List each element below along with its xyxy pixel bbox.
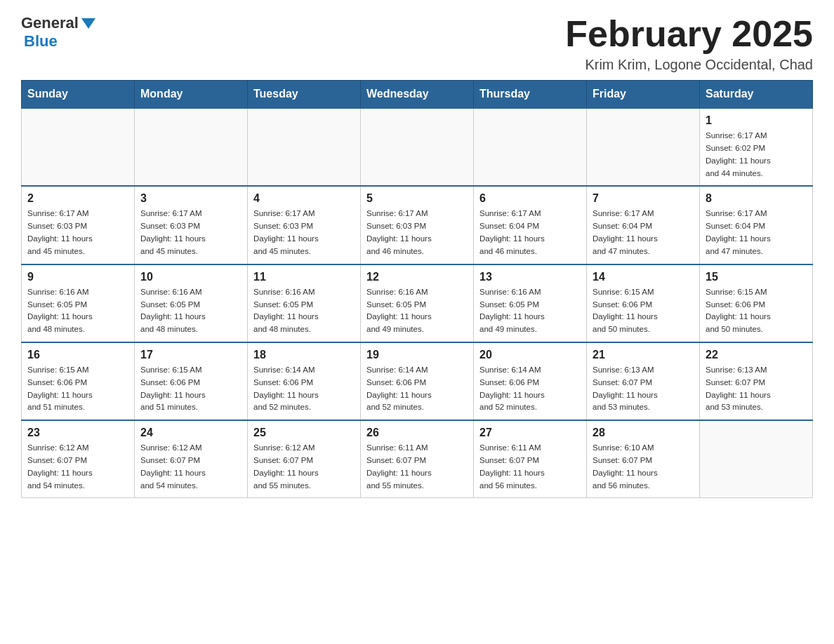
day-info: Sunrise: 6:16 AMSunset: 6:05 PMDaylight:…	[253, 286, 355, 336]
day-info: Sunrise: 6:16 AMSunset: 6:05 PMDaylight:…	[27, 286, 128, 336]
calendar-cell: 17Sunrise: 6:15 AMSunset: 6:06 PMDayligh…	[135, 342, 248, 420]
day-info: Sunrise: 6:17 AMSunset: 6:02 PMDaylight:…	[706, 130, 807, 180]
week-row-2: 2Sunrise: 6:17 AMSunset: 6:03 PMDaylight…	[22, 186, 813, 264]
calendar-cell: 1Sunrise: 6:17 AMSunset: 6:02 PMDaylight…	[700, 108, 813, 186]
calendar-cell: 6Sunrise: 6:17 AMSunset: 6:04 PMDaylight…	[474, 186, 587, 264]
calendar-cell	[700, 420, 813, 498]
day-number: 2	[27, 192, 128, 205]
calendar-cell: 18Sunrise: 6:14 AMSunset: 6:06 PMDayligh…	[248, 342, 361, 420]
calendar-cell	[361, 108, 474, 186]
day-info: Sunrise: 6:16 AMSunset: 6:05 PMDaylight:…	[479, 286, 581, 336]
day-number: 5	[366, 192, 468, 205]
calendar-subtitle: Krim Krim, Logone Occidental, Chad	[565, 57, 813, 73]
day-info: Sunrise: 6:10 AMSunset: 6:07 PMDaylight:…	[593, 442, 694, 492]
page-header: General Blue February 2025 Krim Krim, Lo…	[21, 14, 813, 73]
calendar-cell	[135, 108, 248, 186]
day-info: Sunrise: 6:17 AMSunset: 6:03 PMDaylight:…	[140, 208, 241, 257]
logo-general: General	[21, 14, 79, 32]
day-info: Sunrise: 6:11 AMSunset: 6:07 PMDaylight:…	[366, 442, 468, 492]
day-number: 6	[479, 192, 581, 205]
calendar-cell: 3Sunrise: 6:17 AMSunset: 6:03 PMDaylight…	[135, 186, 248, 264]
calendar-title: February 2025	[565, 14, 813, 54]
calendar-cell: 23Sunrise: 6:12 AMSunset: 6:07 PMDayligh…	[22, 420, 135, 498]
calendar-cell: 25Sunrise: 6:12 AMSunset: 6:07 PMDayligh…	[248, 420, 361, 498]
weekday-header-monday: Monday	[135, 81, 248, 109]
week-row-1: 1Sunrise: 6:17 AMSunset: 6:02 PMDaylight…	[22, 108, 813, 186]
day-number: 11	[253, 271, 355, 283]
day-info: Sunrise: 6:12 AMSunset: 6:07 PMDaylight:…	[253, 442, 355, 492]
day-info: Sunrise: 6:16 AMSunset: 6:05 PMDaylight:…	[366, 286, 468, 336]
title-block: February 2025 Krim Krim, Logone Occident…	[565, 14, 813, 73]
day-info: Sunrise: 6:11 AMSunset: 6:07 PMDaylight:…	[479, 442, 581, 492]
logo-blue: Blue	[24, 32, 95, 51]
day-number: 9	[27, 271, 128, 283]
day-number: 15	[706, 271, 807, 283]
day-info: Sunrise: 6:17 AMSunset: 6:04 PMDaylight:…	[593, 208, 694, 257]
day-number: 4	[253, 192, 355, 205]
day-info: Sunrise: 6:17 AMSunset: 6:04 PMDaylight:…	[706, 208, 807, 257]
calendar-table: SundayMondayTuesdayWednesdayThursdayFrid…	[21, 80, 813, 498]
day-info: Sunrise: 6:13 AMSunset: 6:07 PMDaylight:…	[706, 364, 807, 414]
weekday-header-saturday: Saturday	[700, 81, 813, 109]
day-info: Sunrise: 6:17 AMSunset: 6:03 PMDaylight:…	[366, 208, 468, 257]
calendar-cell: 22Sunrise: 6:13 AMSunset: 6:07 PMDayligh…	[700, 342, 813, 420]
calendar-cell	[248, 108, 361, 186]
week-row-4: 16Sunrise: 6:15 AMSunset: 6:06 PMDayligh…	[22, 342, 813, 420]
day-info: Sunrise: 6:17 AMSunset: 6:03 PMDaylight:…	[253, 208, 355, 257]
calendar-cell: 14Sunrise: 6:15 AMSunset: 6:06 PMDayligh…	[587, 264, 700, 342]
weekday-header-tuesday: Tuesday	[248, 81, 361, 109]
calendar-cell: 20Sunrise: 6:14 AMSunset: 6:06 PMDayligh…	[474, 342, 587, 420]
day-number: 21	[593, 349, 694, 361]
calendar-cell: 10Sunrise: 6:16 AMSunset: 6:05 PMDayligh…	[135, 264, 248, 342]
day-info: Sunrise: 6:14 AMSunset: 6:06 PMDaylight:…	[479, 364, 581, 414]
day-info: Sunrise: 6:12 AMSunset: 6:07 PMDaylight:…	[27, 442, 128, 492]
day-number: 27	[479, 427, 581, 439]
day-number: 22	[706, 349, 807, 361]
day-number: 13	[479, 271, 581, 283]
day-number: 17	[140, 349, 241, 361]
day-number: 8	[706, 192, 807, 205]
calendar-cell: 15Sunrise: 6:15 AMSunset: 6:06 PMDayligh…	[700, 264, 813, 342]
day-number: 25	[253, 427, 355, 439]
calendar-cell	[474, 108, 587, 186]
day-number: 3	[140, 192, 241, 205]
calendar-cell	[587, 108, 700, 186]
day-info: Sunrise: 6:14 AMSunset: 6:06 PMDaylight:…	[366, 364, 468, 414]
day-number: 14	[593, 271, 694, 283]
calendar-cell: 26Sunrise: 6:11 AMSunset: 6:07 PMDayligh…	[361, 420, 474, 498]
week-row-5: 23Sunrise: 6:12 AMSunset: 6:07 PMDayligh…	[22, 420, 813, 498]
calendar-cell: 13Sunrise: 6:16 AMSunset: 6:05 PMDayligh…	[474, 264, 587, 342]
day-number: 20	[479, 349, 581, 361]
calendar-cell	[22, 108, 135, 186]
day-number: 12	[366, 271, 468, 283]
day-number: 18	[253, 349, 355, 361]
calendar-cell: 7Sunrise: 6:17 AMSunset: 6:04 PMDaylight…	[587, 186, 700, 264]
day-number: 10	[140, 271, 241, 283]
day-number: 28	[593, 427, 694, 439]
calendar-cell: 24Sunrise: 6:12 AMSunset: 6:07 PMDayligh…	[135, 420, 248, 498]
week-row-3: 9Sunrise: 6:16 AMSunset: 6:05 PMDaylight…	[22, 264, 813, 342]
calendar-cell: 4Sunrise: 6:17 AMSunset: 6:03 PMDaylight…	[248, 186, 361, 264]
calendar-cell: 27Sunrise: 6:11 AMSunset: 6:07 PMDayligh…	[474, 420, 587, 498]
calendar-cell: 12Sunrise: 6:16 AMSunset: 6:05 PMDayligh…	[361, 264, 474, 342]
calendar-cell: 5Sunrise: 6:17 AMSunset: 6:03 PMDaylight…	[361, 186, 474, 264]
day-info: Sunrise: 6:17 AMSunset: 6:03 PMDaylight:…	[27, 208, 128, 257]
day-number: 16	[27, 349, 128, 361]
day-info: Sunrise: 6:15 AMSunset: 6:06 PMDaylight:…	[27, 364, 128, 414]
weekday-header-thursday: Thursday	[474, 81, 587, 109]
day-number: 1	[706, 114, 807, 127]
weekday-header-sunday: Sunday	[22, 81, 135, 109]
day-info: Sunrise: 6:12 AMSunset: 6:07 PMDaylight:…	[140, 442, 241, 492]
day-info: Sunrise: 6:16 AMSunset: 6:05 PMDaylight:…	[140, 286, 241, 336]
day-number: 26	[366, 427, 468, 439]
day-info: Sunrise: 6:14 AMSunset: 6:06 PMDaylight:…	[253, 364, 355, 414]
calendar-cell: 11Sunrise: 6:16 AMSunset: 6:05 PMDayligh…	[248, 264, 361, 342]
weekday-header-friday: Friday	[587, 81, 700, 109]
day-number: 19	[366, 349, 468, 361]
day-number: 7	[593, 192, 694, 205]
day-info: Sunrise: 6:13 AMSunset: 6:07 PMDaylight:…	[593, 364, 694, 414]
day-info: Sunrise: 6:17 AMSunset: 6:04 PMDaylight:…	[479, 208, 581, 257]
calendar-cell: 28Sunrise: 6:10 AMSunset: 6:07 PMDayligh…	[587, 420, 700, 498]
day-number: 24	[140, 427, 241, 439]
logo: General Blue	[21, 14, 95, 51]
